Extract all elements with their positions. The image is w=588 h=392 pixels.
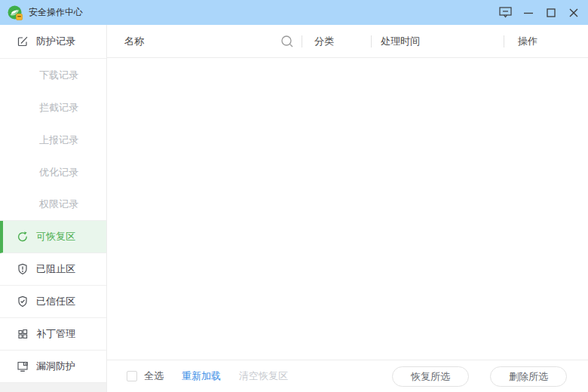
window-controls [495,0,588,25]
sidebar-item-label: 已信任区 [36,295,75,308]
column-separator [371,35,372,47]
sidebar-item-blocked-zone[interactable]: 已阻止区 [0,253,106,286]
reload-link[interactable]: 重新加载 [182,369,221,383]
select-all-checkbox[interactable] [127,371,137,381]
sidebar-item-trusted-zone[interactable]: 已信任区 [0,286,106,318]
edit-icon [17,35,29,47]
shield-exclamation-icon [17,263,29,275]
select-all-label[interactable]: 全选 [144,369,164,383]
sidebar-bottom-fill [0,383,106,392]
table-body [107,59,588,360]
sidebar-item-optimize-records[interactable]: 优化记录 [0,156,106,188]
app-window: 安全操作中心 [0,0,588,392]
sidebar-item-vulnerability-protection[interactable]: 漏洞防护 [0,351,106,383]
clear-recovery-link[interactable]: 清空恢复区 [239,369,288,383]
column-header-category: 分类 [314,25,334,58]
sidebar-item-permission-records[interactable]: 权限记录 [0,188,106,221]
sidebar-item-label: 下载记录 [39,69,78,82]
footer-toolbar: 全选 重新加载 清空恢复区 恢复所选 删除所选 [107,360,588,392]
shield-check-icon [17,296,29,308]
sidebar-item-label: 上报记录 [39,133,78,147]
sidebar-item-patch-management[interactable]: 补丁管理 [0,318,106,351]
feedback-icon[interactable] [495,0,517,25]
sidebar-item-recoverable-zone[interactable]: 可恢复区 [0,221,106,253]
column-header-action: 操作 [518,25,537,58]
sidebar-item-label: 漏洞防护 [36,360,75,373]
titlebar: 安全操作中心 [0,0,588,25]
sidebar-item-label: 权限记录 [39,198,78,211]
column-separator [302,35,302,47]
sidebar-item-label: 已阻止区 [36,262,75,276]
close-icon[interactable] [562,0,585,25]
search-icon[interactable] [280,35,294,48]
sidebar-item-report-records[interactable]: 上报记录 [0,124,106,156]
window-title: 安全操作中心 [29,6,83,19]
app-logo-icon [8,5,23,20]
refresh-icon [17,231,29,243]
sidebar-item-label: 可恢复区 [36,230,75,243]
sidebar-item-intercept-records[interactable]: 拦截记录 [0,91,106,124]
minimize-icon[interactable] [517,0,540,25]
maximize-icon[interactable] [540,0,562,25]
grid-icon [17,328,29,340]
sidebar-item-label: 优化记录 [39,166,78,179]
main-panel: 名称 分类 处理时间 操作 全选 重新加载 清空恢复区 恢复所选 删除所选 [107,25,588,392]
sidebar-item-protection-records[interactable]: 防护记录 [0,25,106,59]
sidebar-item-label: 拦截记录 [39,101,78,115]
column-separator [504,35,504,47]
sidebar-item-download-records[interactable]: 下载记录 [0,59,106,91]
sidebar-item-label: 防护记录 [36,35,75,48]
delete-selected-button[interactable]: 删除所选 [490,366,567,387]
column-header-time: 处理时间 [381,25,420,58]
sidebar: 防护记录 下载记录 拦截记录 上报记录 优化记录 权限记录 可恢复区 [0,25,107,392]
monitor-icon [17,360,29,372]
table-header: 名称 分类 处理时间 操作 [107,25,588,58]
restore-selected-button[interactable]: 恢复所选 [392,366,469,387]
column-header-name: 名称 [124,25,144,58]
sidebar-item-label: 补丁管理 [36,327,75,341]
